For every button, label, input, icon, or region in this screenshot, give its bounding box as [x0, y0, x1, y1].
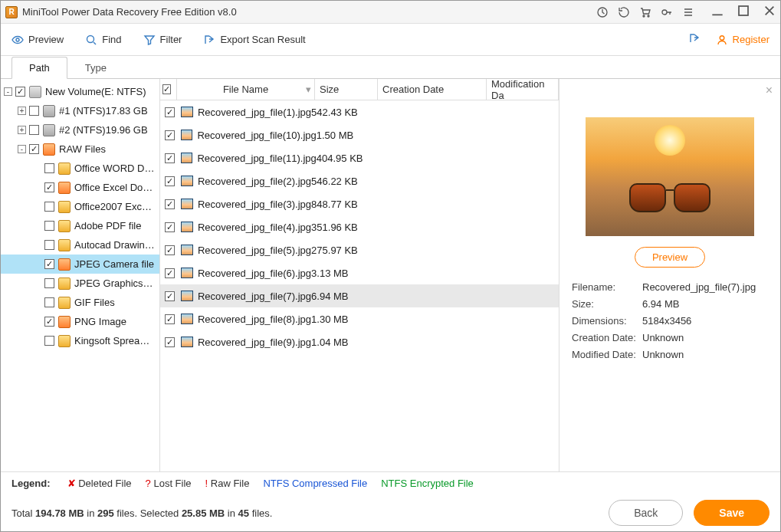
file-row[interactable]: Recovered_jpg_file(4).jpg351.96 KB [160, 215, 559, 238]
file-row[interactable]: Recovered_jpg_file(8).jpg1.30 MB [160, 307, 559, 330]
tree-node[interactable]: -New Volume(E: NTFS) [1, 82, 159, 101]
filter-label: Filter [160, 34, 182, 45]
preview-label: Preview [28, 34, 64, 45]
file-checkbox[interactable] [165, 314, 175, 324]
file-row[interactable]: Recovered_jpg_file(11).jpg404.95 KB [160, 146, 559, 169]
tree-checkbox[interactable] [29, 144, 39, 154]
share-icon[interactable] [688, 32, 701, 47]
tree-checkbox[interactable] [29, 106, 39, 116]
save-button[interactable]: Save [694, 500, 770, 526]
tree-node[interactable]: Office WORD D… [1, 159, 159, 178]
file-row[interactable]: Recovered_jpg_file(10).jpg1.50 MB [160, 123, 559, 146]
back-button[interactable]: Back [609, 500, 683, 526]
file-checkbox[interactable] [165, 153, 175, 163]
expand-icon[interactable] [33, 279, 41, 287]
tab-path[interactable]: Path [11, 57, 67, 79]
tree-node[interactable]: +#1 (NTFS)17.83 GB [1, 101, 159, 120]
file-row[interactable]: Recovered_jpg_file(1).jpg542.43 KB [160, 100, 559, 123]
tree-checkbox[interactable] [44, 278, 54, 288]
preview-close-icon[interactable]: × [766, 84, 773, 97]
close-button[interactable] [763, 5, 776, 19]
file-row[interactable]: Recovered_jpg_file(6).jpg3.13 MB [160, 261, 559, 284]
maximize-button[interactable] [737, 5, 750, 19]
clock-icon[interactable] [596, 6, 609, 18]
minimize-button[interactable] [711, 5, 724, 19]
expand-icon[interactable] [33, 260, 41, 268]
file-row[interactable]: Recovered_jpg_file(3).jpg848.77 KB [160, 192, 559, 215]
tree-node[interactable]: JPEG Graphics… [1, 274, 159, 293]
tree-node[interactable]: JPEG Camera file [1, 255, 159, 274]
file-row[interactable]: Recovered_jpg_file(2).jpg546.22 KB [160, 169, 559, 192]
find-button[interactable]: Find [85, 34, 121, 46]
register-button[interactable]: Register [716, 34, 770, 46]
header-filename[interactable]: File Name▾ [177, 79, 315, 100]
meta-dims-label: Dimensions: [572, 315, 642, 327]
file-checkbox[interactable] [165, 222, 175, 232]
export-button[interactable]: Export Scan Result [203, 34, 305, 46]
tree-checkbox[interactable] [44, 336, 54, 346]
tree-node[interactable]: +#2 (NTFS)19.96 GB [1, 120, 159, 140]
header-creation-date[interactable]: Creation Date [378, 79, 487, 100]
key-icon[interactable] [661, 6, 673, 18]
file-thumb-icon [181, 337, 193, 347]
file-checkbox[interactable] [165, 107, 175, 117]
tree-node[interactable]: Office2007 Exc… [1, 197, 159, 216]
file-checkbox[interactable] [165, 245, 175, 255]
tree-checkbox[interactable] [15, 87, 25, 97]
filter-button[interactable]: Filter [143, 34, 182, 46]
tree-checkbox[interactable] [44, 297, 54, 307]
folder-icon [58, 316, 71, 328]
file-checkbox[interactable] [165, 176, 175, 186]
expand-icon[interactable]: + [18, 126, 26, 134]
tree-checkbox[interactable] [44, 182, 54, 192]
tree-checkbox[interactable] [44, 221, 54, 231]
tree-checkbox[interactable] [44, 202, 54, 212]
header-size[interactable]: Size [315, 79, 378, 100]
header-modification-date[interactable]: Modification Da [487, 79, 559, 100]
preview-metadata: Filename:Recovered_jpg_file(7).jpg Size:… [572, 281, 768, 360]
file-row[interactable]: Recovered_jpg_file(5).jpg275.97 KB [160, 238, 559, 261]
titlebar: R MiniTool Power Data Recovery Free Edit… [1, 1, 780, 24]
expand-icon[interactable]: - [18, 145, 26, 153]
cart-icon[interactable] [639, 6, 651, 18]
tree-node[interactable]: Autocad Drawin… [1, 235, 159, 255]
tree-node[interactable]: -RAW Files [1, 140, 159, 159]
file-checkbox[interactable] [165, 130, 175, 140]
expand-icon[interactable] [33, 337, 41, 345]
menu-icon[interactable] [682, 6, 694, 18]
expand-icon[interactable] [33, 222, 41, 230]
tree-node[interactable]: GIF Files [1, 293, 159, 312]
tree-checkbox[interactable] [44, 317, 54, 327]
tree-node[interactable]: Office Excel Do… [1, 178, 159, 197]
refresh-icon[interactable] [618, 6, 630, 18]
tree-node[interactable]: Adobe PDF file [1, 216, 159, 235]
meta-mdate-value: Unknown [642, 349, 768, 360]
expand-icon[interactable] [33, 164, 41, 172]
expand-icon[interactable] [33, 317, 41, 326]
tree-node[interactable]: Kingsoft Sprea… [1, 331, 159, 350]
tree-checkbox[interactable] [44, 163, 54, 173]
tree-node[interactable]: PNG Image [1, 312, 159, 331]
expand-icon[interactable] [33, 241, 41, 249]
expand-icon[interactable] [33, 298, 41, 307]
folder-icon [58, 297, 71, 309]
meta-filename-value: Recovered_jpg_file(7).jpg [642, 281, 768, 293]
tree-checkbox[interactable] [29, 125, 39, 135]
file-checkbox[interactable] [165, 337, 175, 347]
header-checkbox[interactable] [160, 79, 177, 100]
tab-type[interactable]: Type [67, 57, 124, 79]
expand-icon[interactable]: - [4, 87, 12, 96]
expand-icon[interactable] [33, 183, 41, 192]
preview-button[interactable]: Preview [11, 34, 64, 46]
tree-checkbox[interactable] [44, 240, 54, 250]
preview-open-button[interactable]: Preview [635, 247, 705, 268]
file-size: 848.77 KB [311, 199, 374, 210]
expand-icon[interactable] [33, 202, 41, 211]
file-row[interactable]: Recovered_jpg_file(9).jpg1.04 MB [160, 330, 559, 353]
file-checkbox[interactable] [165, 291, 175, 301]
tree-checkbox[interactable] [44, 259, 54, 269]
file-row[interactable]: Recovered_jpg_file(7).jpg6.94 MB [160, 284, 559, 307]
file-checkbox[interactable] [165, 199, 175, 209]
file-checkbox[interactable] [165, 268, 175, 278]
expand-icon[interactable]: + [18, 107, 26, 115]
